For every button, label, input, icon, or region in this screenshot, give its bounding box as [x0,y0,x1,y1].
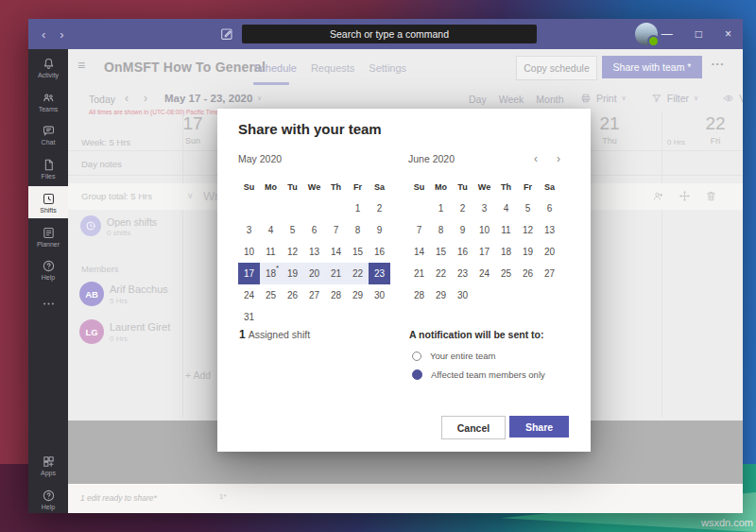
today-button[interactable]: Today [89,94,115,105]
calendar-day[interactable]: 15 [430,241,452,263]
add-person-icon[interactable] [652,190,664,202]
calendar-day[interactable]: 9 [452,219,473,241]
calendar-day[interactable]: 30 [452,284,473,306]
move-icon[interactable] [679,190,691,202]
radio-selected-icon[interactable] [412,369,422,380]
sidebar-item-apps[interactable]: Apps [28,449,68,481]
calendar-day[interactable]: 21 [325,263,347,284]
calendar-day[interactable]: 25 [495,263,517,284]
calendar-day[interactable]: 16 [369,241,390,263]
calendar-day[interactable]: 26 [517,263,539,284]
calendar-day[interactable]: 22 [347,263,369,284]
calendar-day[interactable]: 13 [539,219,560,241]
calendar-day[interactable]: 4 [260,219,282,241]
calendar-day[interactable]: 22 [430,263,452,284]
calendar-day[interactable]: 18* [260,263,282,284]
calendar-day[interactable]: 3 [238,219,260,241]
maximize-button[interactable]: □ [696,27,702,41]
compose-icon[interactable] [219,26,234,42]
calendar-day[interactable]: 7 [408,219,430,241]
share-with-team-button[interactable]: Share with team * [602,56,702,78]
calendar-day[interactable]: 10 [473,219,495,241]
calendar-day[interactable]: 6 [539,197,560,219]
calendar-day[interactable]: 23 [369,263,390,284]
print-menu[interactable]: Print∨ [580,93,627,104]
next-week-button[interactable]: › [144,92,147,105]
radio-unselected-icon[interactable] [412,352,421,361]
calendar-day[interactable]: 24 [238,284,260,306]
tab-settings[interactable]: Settings [369,62,406,74]
calendar-day[interactable]: 18 [495,241,517,263]
forward-button[interactable]: › [60,27,63,42]
calendar-day[interactable]: 27 [303,284,325,306]
calendar-day[interactable]: 14 [408,241,430,263]
calendar-day[interactable]: 2 [369,197,390,219]
share-button[interactable]: Share [509,416,569,438]
calendar-day[interactable]: 10 [238,241,260,263]
calendar-day[interactable]: 11 [260,241,282,263]
calendar-day[interactable]: 8 [430,219,452,241]
calendar-day[interactable]: 9 [369,219,390,241]
calendar-day[interactable]: 26 [282,284,303,306]
view-menu[interactable]: View∨ [723,93,743,104]
view-button-month[interactable]: Month [536,94,563,105]
calendar-day[interactable]: 20 [539,241,560,263]
calendar-day[interactable]: 3 [473,197,495,219]
search-input[interactable]: Search or type a command [242,25,537,43]
prev-week-button[interactable]: ‹ [125,92,129,105]
radio-option[interactable]: Your entire team [412,350,545,362]
calendar-day[interactable]: 5 [517,197,539,219]
calendar-day[interactable]: 23 [452,263,473,284]
calendar-day[interactable]: 29 [347,284,369,306]
calendar-day[interactable]: 11 [495,219,517,241]
avatar[interactable] [635,23,658,45]
calendar-day[interactable]: 17 [473,241,495,263]
sidebar-item-teams[interactable]: Teams [28,85,68,117]
calendar-day[interactable]: 14 [325,241,347,263]
calendar-day[interactable]: 12 [282,241,303,263]
view-button-week[interactable]: Week [499,94,524,105]
minimize-button[interactable]: — [662,27,673,41]
sidebar-item-chat[interactable]: Chat [28,118,68,150]
open-shifts-title[interactable]: Open shifts [107,216,157,228]
tab-requests[interactable]: Requests [311,62,354,74]
calendar-day[interactable]: 20 [303,263,325,284]
chevron-down-icon[interactable]: ∨ [187,191,194,200]
calendar-day[interactable]: 12 [517,219,539,241]
sidebar-item-planner[interactable]: Planner [28,220,68,252]
trash-icon[interactable] [705,190,717,202]
calendar-day[interactable]: 5 [282,219,303,241]
sidebar-item-files[interactable]: Files [28,152,68,184]
calendar-day[interactable]: 1 [347,197,369,219]
more-options-icon[interactable]: ••• [712,60,725,68]
tab-schedule[interactable]: Schedule [253,62,297,74]
calendar-day[interactable]: 28 [325,284,347,306]
calendar-day[interactable]: 15 [347,241,369,263]
copy-schedule-button[interactable]: Copy schedule [516,56,597,80]
calendar-day[interactable]: 16 [452,241,473,263]
calendar-day[interactable]: 17 [238,263,260,284]
close-button[interactable]: × [725,27,731,41]
sidebar-item-shifts[interactable]: Shifts [28,186,68,218]
calendar-day[interactable]: 30 [369,284,390,306]
menu-icon[interactable]: ≡ [77,58,85,73]
filter-menu[interactable]: Filter∨ [651,93,698,104]
calendar-day[interactable]: 13 [303,241,325,263]
calendar-day[interactable]: 8 [347,219,369,241]
calendar-day[interactable]: 6 [303,219,325,241]
calendar-day[interactable]: 19 [282,263,303,284]
sidebar-item-help[interactable]: Help [28,483,68,515]
cancel-button[interactable]: Cancel [441,416,506,439]
calendar-day[interactable]: 1 [430,197,452,219]
add-button[interactable]: + Add [185,369,211,381]
calendar-day[interactable]: 2 [452,197,473,219]
view-button-day[interactable]: Day [469,94,487,105]
sidebar-item-activity[interactable]: Activity [28,51,68,83]
calendar-day[interactable]: 7 [325,219,347,241]
calendar-day[interactable]: 31 [238,306,260,328]
calendar-day[interactable]: 27 [539,263,560,284]
sidebar-item-more[interactable] [28,287,68,319]
calendar-day[interactable]: 19 [517,241,539,263]
calendar-day[interactable]: 28 [408,284,430,306]
calendar-day[interactable]: 4 [495,197,517,219]
